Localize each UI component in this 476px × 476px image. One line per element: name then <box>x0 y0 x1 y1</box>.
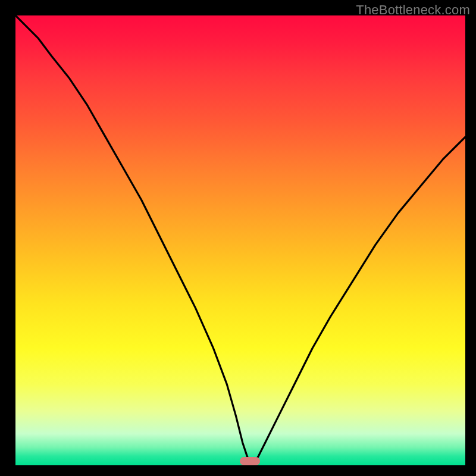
curve-path <box>15 15 465 463</box>
plot-area <box>15 15 465 465</box>
chart-frame: TheBottleneck.com <box>0 0 476 476</box>
bottleneck-curve <box>15 15 465 465</box>
watermark-text: TheBottleneck.com <box>356 2 470 18</box>
optimal-point-marker <box>240 457 260 465</box>
